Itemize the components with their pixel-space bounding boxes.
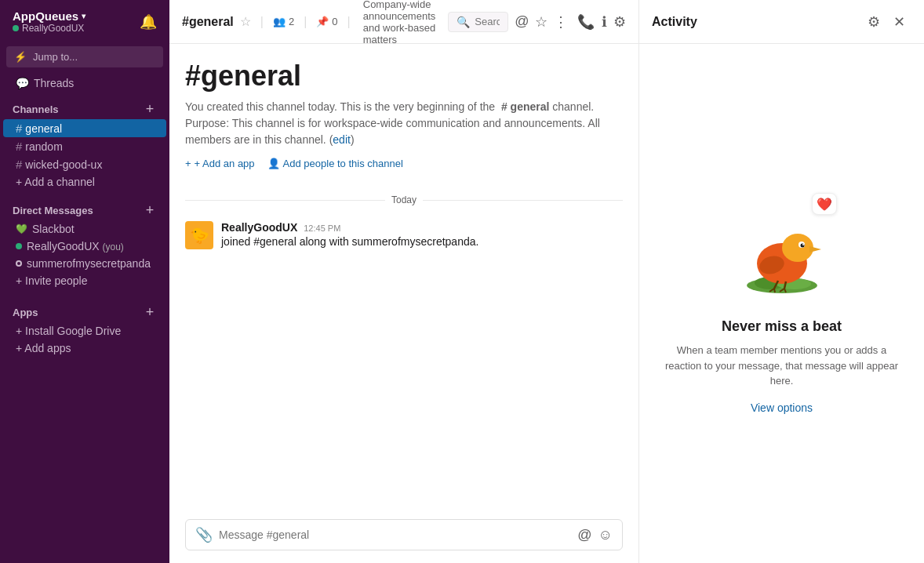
message-row: 🐤 ReallyGoodUX 12:45 PM joined #general … [185,218,623,253]
at-mention-button[interactable]: @ [515,9,529,35]
divider: | [347,15,351,29]
search-bar[interactable]: 🔍 [448,12,508,32]
jump-to-button[interactable]: ⚡ Jump to... [6,46,163,67]
workspace-status: ReallyGoodUX [13,23,85,34]
sidebar: AppQueues ▾ ReallyGoodUX 🔔 ⚡ Jump to... … [0,0,169,563]
channel-header: #general ☆ | 👥 2 | 📌 0 | Company-wide an… [169,0,638,44]
dm-name-slackbot: Slackbot [32,223,75,235]
intro-channel-name: general [201,60,301,93]
svg-point-4 [782,234,813,262]
channel-description: Company-wide announcements and work-base… [363,0,436,45]
activity-filter-button[interactable]: ⚙ [861,9,886,35]
message-area: # general You created this channel today… [169,44,638,519]
speech-bubble: ❤️ [812,193,837,215]
intro-hash-icon: # [185,60,201,93]
channel-item-general[interactable]: # general [3,119,166,137]
pins-count: 0 [332,16,337,27]
activity-header: Activity ⚙ ✕ [639,0,924,44]
channel-name-wicked-good-ux: wicked-good-ux [25,158,102,171]
intro-text: You created this channel today. This is … [185,100,495,113]
edit-link[interactable]: edit [333,133,351,146]
threads-label: Threads [34,77,74,89]
sidebar-item-threads[interactable]: 💬 Threads [3,74,166,93]
add-people-label: Add people to this channel [283,158,403,169]
star-icon[interactable]: ☆ [240,14,251,29]
never-miss-desc: When a team member mentions you or adds … [658,343,905,389]
workspace-name-text: AppQueues [13,9,78,23]
direct-messages-section: Direct Messages + 💚 Slackbot ReallyGoodU… [0,197,169,289]
channel-intro: # general You created this channel today… [185,44,623,182]
channels-section-header[interactable]: Channels + [0,96,169,119]
add-channel-icon-button[interactable]: + [143,102,157,116]
channels-section-label: Channels [13,104,59,115]
chevron-down-icon: ▾ [82,12,85,20]
divider: | [304,15,307,29]
emoji-icon[interactable]: ☺ [598,527,613,543]
add-channel-label: + Add a channel [16,176,95,188]
channel-item-random[interactable]: # random [3,137,166,155]
invite-people-link[interactable]: + Invite people [3,272,166,289]
message-input[interactable] [219,528,571,541]
at-icon[interactable]: @ [577,527,591,543]
add-app-button[interactable]: + + Add an app [185,158,255,169]
message-text: joined #general along with summerofmysec… [221,234,478,250]
view-options-link[interactable]: View options [751,401,813,414]
heart-icon: ❤️ [817,197,832,212]
hash-icon: # [16,158,22,171]
dm-item-summerofmysecretpanda[interactable]: summerofmysecretpanda [3,255,166,272]
hash-icon: # [16,122,22,135]
install-google-drive-link[interactable]: + Install Google Drive [3,322,166,340]
add-apps-label: + Add apps [16,342,71,354]
threads-icon: 💬 [16,77,29,89]
channel-item-wicked-good-ux[interactable]: # wicked-good-ux [3,155,166,173]
date-label: Today [391,194,417,205]
divider: | [260,15,264,29]
star-channel-button[interactable]: ☆ [535,9,547,35]
workspace-name[interactable]: AppQueues ▾ [13,9,85,23]
online-dot-icon [16,243,22,249]
more-options-button[interactable]: ⋮ [554,9,568,35]
add-dm-icon-button[interactable]: + [143,203,157,217]
pins-button[interactable]: 📌 0 [316,16,337,27]
online-status-dot [13,25,19,31]
workspace-header[interactable]: AppQueues ▾ ReallyGoodUX 🔔 [0,0,169,43]
date-divider: Today [185,194,623,205]
info-button[interactable]: ℹ [601,9,607,35]
add-apps-link[interactable]: + Add apps [3,340,166,357]
jump-to-label: Jump to... [33,51,78,63]
members-icon: 👥 [273,16,286,27]
bird-illustration: ❤️ [727,193,837,303]
notifications-bell-icon[interactable]: 🔔 [140,13,157,31]
dm-item-reallygoodux[interactable]: ReallyGoodUX (you) [3,238,166,255]
person-icon: 👤 [267,158,280,169]
channel-name-random: random [25,140,62,153]
members-button[interactable]: 👥 2 [273,16,294,27]
svg-marker-6 [809,246,821,252]
plus-icon: + [185,158,191,169]
workspace-user: ReallyGoodUX [22,23,84,34]
dm-item-slackbot[interactable]: 💚 Slackbot [3,220,166,238]
attachment-icon[interactable]: 📎 [195,526,213,543]
call-button[interactable]: 📞 [577,9,595,35]
svg-point-9 [802,244,804,245]
dm-section-header[interactable]: Direct Messages + [0,197,169,220]
add-people-button[interactable]: 👤 Add people to this channel [267,158,403,169]
activity-close-button[interactable]: ✕ [886,9,911,35]
avatar: 🐤 [185,221,213,249]
svg-line-12 [774,289,775,292]
activity-content: ❤️ [639,44,924,563]
intro-bold: general [511,100,550,113]
apps-section-header[interactable]: Apps + [0,299,169,322]
search-icon: 🔍 [457,16,470,28]
settings-button[interactable]: ⚙ [613,9,626,35]
message-content: ReallyGoodUX 12:45 PM joined #general al… [221,221,478,250]
search-input[interactable] [475,16,500,27]
never-miss-title: Never miss a beat [722,318,842,335]
channel-name-general: general [25,122,62,135]
add-app-icon-button[interactable]: + [143,305,157,319]
channel-actions: + + Add an app 👤 Add people to this chan… [185,158,623,169]
activity-panel: Activity ⚙ ✕ ❤️ [638,0,924,563]
message-time: 12:45 PM [304,223,340,233]
add-channel-link[interactable]: + Add a channel [3,173,166,191]
message-input-box: 📎 @ ☺ [185,519,623,550]
